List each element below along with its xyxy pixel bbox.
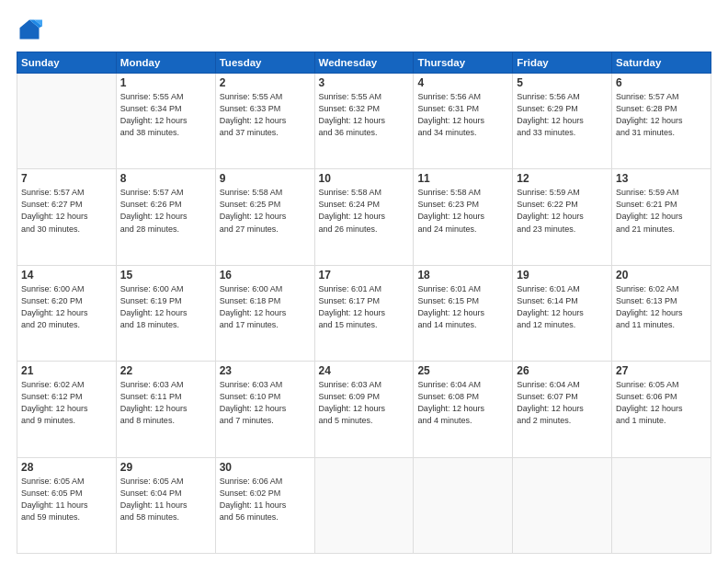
logo-icon	[17, 17, 42, 42]
calendar-week-5: 28Sunrise: 6:05 AM Sunset: 6:05 PM Dayli…	[17, 457, 711, 553]
calendar-cell: 16Sunrise: 6:00 AM Sunset: 6:18 PM Dayli…	[215, 265, 314, 361]
day-info: Sunrise: 6:01 AM Sunset: 6:17 PM Dayligh…	[319, 283, 410, 331]
day-number: 9	[220, 172, 311, 185]
calendar-cell: 3Sunrise: 5:55 AM Sunset: 6:32 PM Daylig…	[314, 74, 414, 169]
day-info: Sunrise: 5:59 AM Sunset: 6:21 PM Dayligh…	[616, 187, 707, 235]
day-number: 27	[616, 364, 707, 377]
weekday-header-thursday: Thursday	[414, 52, 513, 74]
calendar-week-3: 14Sunrise: 6:00 AM Sunset: 6:20 PM Dayli…	[17, 265, 711, 361]
day-info: Sunrise: 5:58 AM Sunset: 6:23 PM Dayligh…	[417, 187, 508, 235]
calendar-cell: 8Sunrise: 5:57 AM Sunset: 6:26 PM Daylig…	[116, 169, 215, 265]
day-number: 1	[120, 76, 211, 89]
day-number: 16	[220, 269, 311, 282]
day-number: 10	[319, 172, 410, 185]
calendar-cell: 25Sunrise: 6:04 AM Sunset: 6:08 PM Dayli…	[414, 362, 513, 457]
calendar-cell: 18Sunrise: 6:01 AM Sunset: 6:15 PM Dayli…	[414, 265, 513, 361]
calendar-cell: 11Sunrise: 5:58 AM Sunset: 6:23 PM Dayli…	[414, 169, 513, 265]
calendar-cell	[17, 74, 117, 169]
day-info: Sunrise: 6:03 AM Sunset: 6:10 PM Dayligh…	[220, 379, 311, 427]
calendar-cell: 7Sunrise: 5:57 AM Sunset: 6:27 PM Daylig…	[17, 169, 117, 265]
calendar-week-4: 21Sunrise: 6:02 AM Sunset: 6:12 PM Dayli…	[17, 362, 711, 457]
day-number: 26	[517, 364, 608, 377]
day-info: Sunrise: 6:03 AM Sunset: 6:11 PM Dayligh…	[120, 379, 211, 427]
day-info: Sunrise: 6:03 AM Sunset: 6:09 PM Dayligh…	[319, 379, 410, 427]
day-number: 20	[616, 269, 707, 282]
day-info: Sunrise: 6:00 AM Sunset: 6:20 PM Dayligh…	[21, 283, 112, 331]
day-info: Sunrise: 5:55 AM Sunset: 6:32 PM Dayligh…	[319, 91, 410, 139]
calendar-cell: 13Sunrise: 5:59 AM Sunset: 6:21 PM Dayli…	[612, 169, 711, 265]
day-number: 3	[319, 76, 410, 89]
calendar-cell: 1Sunrise: 5:55 AM Sunset: 6:34 PM Daylig…	[116, 74, 215, 169]
calendar-cell: 28Sunrise: 6:05 AM Sunset: 6:05 PM Dayli…	[17, 457, 117, 553]
day-number: 28	[21, 461, 112, 474]
day-info: Sunrise: 6:00 AM Sunset: 6:18 PM Dayligh…	[220, 283, 311, 331]
day-number: 13	[616, 172, 707, 185]
day-number: 5	[517, 76, 608, 89]
calendar-cell	[314, 457, 414, 553]
day-info: Sunrise: 6:05 AM Sunset: 6:05 PM Dayligh…	[21, 476, 112, 523]
day-number: 4	[417, 76, 508, 89]
calendar-cell: 4Sunrise: 5:56 AM Sunset: 6:31 PM Daylig…	[414, 74, 513, 169]
day-info: Sunrise: 6:04 AM Sunset: 6:08 PM Dayligh…	[417, 379, 508, 427]
day-info: Sunrise: 6:02 AM Sunset: 6:12 PM Dayligh…	[21, 379, 112, 427]
calendar-cell: 10Sunrise: 5:58 AM Sunset: 6:24 PM Dayli…	[314, 169, 414, 265]
day-info: Sunrise: 6:01 AM Sunset: 6:15 PM Dayligh…	[417, 283, 508, 331]
calendar-cell: 22Sunrise: 6:03 AM Sunset: 6:11 PM Dayli…	[116, 362, 215, 457]
day-number: 18	[417, 269, 508, 282]
calendar-week-1: 1Sunrise: 5:55 AM Sunset: 6:34 PM Daylig…	[17, 74, 711, 169]
day-number: 24	[319, 364, 410, 377]
day-info: Sunrise: 6:04 AM Sunset: 6:07 PM Dayligh…	[517, 379, 608, 427]
day-number: 29	[120, 461, 211, 474]
day-info: Sunrise: 6:06 AM Sunset: 6:02 PM Dayligh…	[220, 476, 311, 523]
day-number: 15	[120, 269, 211, 282]
day-info: Sunrise: 6:02 AM Sunset: 6:13 PM Dayligh…	[616, 283, 707, 331]
day-info: Sunrise: 5:57 AM Sunset: 6:27 PM Dayligh…	[21, 187, 112, 235]
day-number: 30	[220, 461, 311, 474]
weekday-header-friday: Friday	[513, 52, 612, 74]
day-number: 8	[120, 172, 211, 185]
day-info: Sunrise: 5:59 AM Sunset: 6:22 PM Dayligh…	[517, 187, 608, 235]
day-info: Sunrise: 5:58 AM Sunset: 6:25 PM Dayligh…	[220, 187, 311, 235]
day-number: 22	[120, 364, 211, 377]
weekday-header-wednesday: Wednesday	[314, 52, 414, 74]
day-info: Sunrise: 5:57 AM Sunset: 6:26 PM Dayligh…	[120, 187, 211, 235]
day-info: Sunrise: 5:57 AM Sunset: 6:28 PM Dayligh…	[616, 91, 707, 139]
calendar-cell: 15Sunrise: 6:00 AM Sunset: 6:19 PM Dayli…	[116, 265, 215, 361]
day-number: 2	[220, 76, 311, 89]
weekday-header-tuesday: Tuesday	[215, 52, 314, 74]
calendar-week-2: 7Sunrise: 5:57 AM Sunset: 6:27 PM Daylig…	[17, 169, 711, 265]
calendar-cell	[612, 457, 711, 553]
calendar-cell: 29Sunrise: 6:05 AM Sunset: 6:04 PM Dayli…	[116, 457, 215, 553]
day-number: 21	[21, 364, 112, 377]
day-number: 25	[417, 364, 508, 377]
calendar-cell: 23Sunrise: 6:03 AM Sunset: 6:10 PM Dayli…	[215, 362, 314, 457]
day-info: Sunrise: 5:58 AM Sunset: 6:24 PM Dayligh…	[319, 187, 410, 235]
day-number: 7	[21, 172, 112, 185]
weekday-header-row: SundayMondayTuesdayWednesdayThursdayFrid…	[17, 52, 711, 74]
day-info: Sunrise: 6:00 AM Sunset: 6:19 PM Dayligh…	[120, 283, 211, 331]
calendar-cell: 26Sunrise: 6:04 AM Sunset: 6:07 PM Dayli…	[513, 362, 612, 457]
calendar-cell: 24Sunrise: 6:03 AM Sunset: 6:09 PM Dayli…	[314, 362, 414, 457]
day-number: 6	[616, 76, 707, 89]
calendar-cell: 19Sunrise: 6:01 AM Sunset: 6:14 PM Dayli…	[513, 265, 612, 361]
day-number: 12	[517, 172, 608, 185]
day-info: Sunrise: 6:05 AM Sunset: 6:06 PM Dayligh…	[616, 379, 707, 427]
header	[17, 17, 711, 42]
day-info: Sunrise: 5:55 AM Sunset: 6:34 PM Dayligh…	[120, 91, 211, 139]
day-number: 17	[319, 269, 410, 282]
day-number: 11	[417, 172, 508, 185]
calendar-cell: 2Sunrise: 5:55 AM Sunset: 6:33 PM Daylig…	[215, 74, 314, 169]
day-info: Sunrise: 6:05 AM Sunset: 6:04 PM Dayligh…	[120, 476, 211, 523]
day-number: 14	[21, 269, 112, 282]
day-info: Sunrise: 6:01 AM Sunset: 6:14 PM Dayligh…	[517, 283, 608, 331]
weekday-header-monday: Monday	[116, 52, 215, 74]
calendar-table: SundayMondayTuesdayWednesdayThursdayFrid…	[17, 52, 711, 554]
page: SundayMondayTuesdayWednesdayThursdayFrid…	[0, 0, 728, 563]
weekday-header-sunday: Sunday	[17, 52, 117, 74]
calendar-cell: 6Sunrise: 5:57 AM Sunset: 6:28 PM Daylig…	[612, 74, 711, 169]
calendar-cell	[414, 457, 513, 553]
day-info: Sunrise: 5:56 AM Sunset: 6:31 PM Dayligh…	[417, 91, 508, 139]
calendar-cell: 30Sunrise: 6:06 AM Sunset: 6:02 PM Dayli…	[215, 457, 314, 553]
calendar-cell: 17Sunrise: 6:01 AM Sunset: 6:17 PM Dayli…	[314, 265, 414, 361]
calendar-cell: 27Sunrise: 6:05 AM Sunset: 6:06 PM Dayli…	[612, 362, 711, 457]
